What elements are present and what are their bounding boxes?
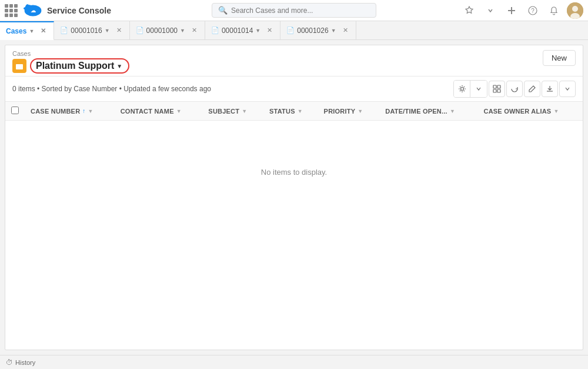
bell-icon [549, 6, 559, 15]
chevron-down-overflow-icon [565, 87, 570, 91]
main-content: Cases Platinum Support ▼ New 0 items [5, 45, 583, 350]
tab-00001014[interactable]: 📄 00001014 ▼ ✕ [205, 21, 280, 39]
tab-00001000-dropdown-icon[interactable]: ▼ [180, 28, 185, 34]
toolbar-row: 0 items • Sorted by Case Number • Update… [5, 77, 583, 102]
add-btn[interactable] [503, 2, 520, 19]
svg-text:?: ? [531, 8, 534, 14]
footer-history-label[interactable]: History [15, 359, 35, 366]
tab-00001026-label: 00001026 [297, 26, 328, 35]
refresh-icon [510, 85, 519, 93]
list-view-caret-icon: ▼ [116, 63, 122, 69]
pencil-icon [528, 85, 536, 93]
edit-btn[interactable] [524, 81, 540, 97]
more-actions-btn[interactable] [542, 81, 558, 97]
col-header-contact-name: CONTACT NAME ▼ [115, 102, 203, 121]
header-actions: New [543, 50, 576, 68]
col-label-contact-name: CONTACT NAME [121, 108, 174, 115]
tab-cases[interactable]: Cases ▼ ✕ [0, 21, 54, 40]
list-view-icon [12, 59, 26, 73]
user-avatar[interactable] [567, 2, 583, 19]
col-header-status: STATUS ▼ [263, 102, 318, 121]
svg-rect-12 [497, 85, 500, 88]
tab-00001016-close-icon[interactable]: ✕ [115, 26, 123, 35]
gear-icon [458, 85, 466, 93]
col-header-subject: SUBJECT ▼ [202, 102, 263, 121]
table-container: CASE NUMBER ↑ ▼ CONTACT NAME ▼ SUB [5, 102, 583, 350]
toolbar-actions [453, 80, 576, 98]
cases-tab-label: Cases [6, 27, 26, 35]
list-settings-btn[interactable] [454, 81, 470, 97]
notifications-btn[interactable] [546, 2, 562, 19]
tab-00001000-close-icon[interactable]: ✕ [190, 26, 199, 35]
list-view-title: Platinum Support [36, 61, 114, 71]
col-header-priority: PRIORITY ▼ [318, 102, 380, 121]
nav-icons: ? [461, 2, 583, 19]
more-options-btn[interactable] [482, 2, 499, 19]
svg-rect-11 [493, 85, 496, 88]
chevron-down-icon [487, 8, 493, 14]
svg-rect-14 [497, 89, 500, 92]
help-icon: ? [528, 6, 537, 15]
new-button[interactable]: New [543, 50, 576, 66]
record-count-label: 0 items • Sorted by Case Number • Update… [12, 85, 211, 93]
col-dropdown-owner[interactable]: ▼ [553, 108, 559, 114]
sort-asc-icon[interactable]: ↑ [82, 108, 85, 114]
refresh-btn[interactable] [506, 81, 523, 97]
tab-00001026-close-icon[interactable]: ✕ [341, 26, 350, 35]
col-header-datetime: DATE/TIME OPEN... ▼ [379, 102, 477, 121]
app-launcher-icon[interactable] [5, 4, 18, 17]
tab-00001016-label: 00001016 [71, 26, 102, 35]
col-dropdown-datetime[interactable]: ▼ [450, 108, 455, 114]
sort-text: Sorted by Case Number [42, 85, 118, 93]
select-all-th [5, 102, 25, 121]
col-dropdown-priority[interactable]: ▼ [358, 108, 363, 114]
case-icon-00001000: 📄 [136, 26, 144, 34]
col-dropdown-subject[interactable]: ▼ [242, 108, 247, 114]
settings-btn-group [453, 80, 487, 98]
table-header-row: CASE NUMBER ↑ ▼ CONTACT NAME ▼ SUB [5, 102, 583, 121]
col-dropdown-status[interactable]: ▼ [298, 108, 303, 114]
search-input[interactable] [231, 6, 360, 15]
avatar-icon [567, 2, 583, 19]
cases-tab-close-icon[interactable]: ✕ [39, 26, 48, 35]
tab-00001026-dropdown-icon[interactable]: ▼ [331, 28, 336, 34]
col-label-subject: SUBJECT [208, 108, 239, 115]
empty-state: No items to display. [5, 121, 583, 224]
chevron-down-small-icon [476, 87, 481, 91]
grid-view-btn[interactable] [489, 81, 505, 97]
cases-tab-dropdown-icon[interactable]: ▼ [29, 28, 34, 34]
settings-dropdown-btn[interactable] [470, 81, 487, 97]
tab-00001026[interactable]: 📄 00001026 ▼ ✕ [280, 21, 356, 39]
search-bar[interactable]: 🔍 [212, 3, 376, 18]
help-btn[interactable]: ? [524, 2, 541, 19]
history-icon: ⏱ [6, 358, 13, 367]
tab-00001000-label: 00001000 [146, 26, 178, 35]
col-label-priority: PRIORITY [324, 108, 356, 115]
update-text: Updated a few seconds ago [123, 85, 211, 93]
tab-00001000[interactable]: 📄 00001000 ▼ ✕ [130, 21, 205, 39]
salesforce-logo: ☁ [24, 1, 42, 20]
title-section: Cases Platinum Support ▼ [12, 50, 129, 74]
download-icon [546, 85, 554, 93]
col-dropdown-case-number[interactable]: ▼ [88, 108, 93, 114]
overflow-btn[interactable] [559, 81, 576, 97]
empty-message: No items to display. [261, 168, 327, 177]
tab-00001016[interactable]: 📄 00001016 ▼ ✕ [54, 21, 129, 39]
list-view-selector[interactable]: Platinum Support ▼ [30, 58, 129, 74]
content-header: Cases Platinum Support ▼ New [5, 45, 583, 77]
select-all-checkbox[interactable] [11, 107, 19, 114]
tab-00001014-label: 00001014 [222, 26, 253, 35]
case-icon-00001026: 📄 [286, 26, 295, 34]
top-nav: ☁ Service Console 🔍 ? [0, 0, 588, 21]
star-icon [465, 6, 474, 15]
tab-00001016-dropdown-icon[interactable]: ▼ [105, 28, 110, 34]
col-label-datetime: DATE/TIME OPEN... [385, 108, 447, 115]
tab-00001014-close-icon[interactable]: ✕ [265, 26, 274, 35]
col-label-case-number: CASE NUMBER [31, 108, 80, 115]
tab-00001014-dropdown-icon[interactable]: ▼ [255, 28, 260, 34]
favorites-btn[interactable] [461, 2, 477, 19]
svg-point-7 [572, 6, 578, 12]
breadcrumb: Cases [12, 50, 129, 57]
col-dropdown-contact-name[interactable]: ▼ [176, 108, 182, 114]
app-name-label: Service Console [47, 6, 111, 15]
